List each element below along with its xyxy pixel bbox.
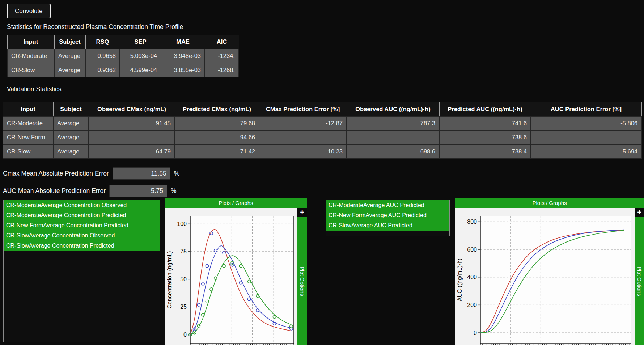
auc-mape-unit: %: [171, 187, 177, 195]
table-cell: CR-New Form: [3, 130, 53, 144]
table-cell: Average: [53, 144, 89, 159]
table-cell: 5.093e-04: [120, 49, 161, 63]
table-cell: -5.806: [531, 116, 641, 130]
table-cell: 3.948e-03: [161, 49, 205, 63]
auc-legend-list: CR-ModerateAverage AUC PredictedCR-New F…: [326, 200, 450, 236]
reconstruction-stats-table: InputSubjectRSQSEPMAEAICCR-ModerateAvera…: [7, 35, 239, 77]
table-cell: 0.9658: [85, 49, 120, 63]
convolute-button[interactable]: Convolute: [7, 4, 51, 18]
table-row: CR-ModerateAverage0.96585.093e-043.948e-…: [7, 49, 239, 63]
table-cell: -12.87: [259, 116, 347, 130]
y-tick-label: 600: [467, 247, 477, 253]
column-header: MAE: [161, 35, 205, 49]
auc-plot-panel: Plots / Graphs 0200400600800AUC ((ng/mL)…: [455, 198, 644, 345]
auc-mape-field[interactable]: 5.75: [109, 185, 167, 197]
y-axis-title: Concentration (ng/mL): [166, 251, 173, 308]
table-cell: 71.42: [175, 144, 259, 159]
table-cell: [347, 130, 439, 144]
table-cell: Average: [53, 130, 89, 144]
table-cell: 698.6: [347, 144, 439, 159]
y-tick-label: 0: [183, 332, 187, 338]
auc-chart[interactable]: 0200400600800AUC ((ng/mL)·h): [455, 208, 635, 345]
legend-item[interactable]: CR-ModerateAverage Concentration Observe…: [4, 200, 160, 210]
legend-item[interactable]: CR-ModerateAverage AUC Predicted: [326, 200, 449, 210]
table-cell: Average: [53, 116, 89, 130]
table-cell: 4.599e-04: [120, 63, 161, 77]
column-header: SEP: [120, 35, 161, 49]
table-cell: CR-Moderate: [7, 49, 54, 63]
table-cell: 91.45: [89, 116, 175, 130]
plots-graphs-title: Plots / Graphs: [165, 198, 307, 208]
cmax-mape-field[interactable]: 11.55: [113, 167, 170, 180]
legend-item[interactable]: CR-New FormAverage Concentration Predict…: [4, 220, 160, 231]
y-tick-label: 800: [467, 219, 477, 225]
cmax-mape-unit: %: [174, 170, 180, 177]
validation-stats-title: Validation Statistics: [7, 85, 61, 93]
column-header: CMax Prediction Error [%]: [259, 102, 347, 117]
y-tick-label: 75: [180, 248, 187, 254]
validation-stats-table: InputSubjectObserved CMax (ng/mL)Predict…: [3, 102, 642, 159]
table-cell: CR-Slow: [7, 63, 54, 77]
expand-plot-button[interactable]: +: [635, 208, 644, 217]
table-cell: 787.3: [347, 116, 439, 130]
auc-mape-label: AUC Mean Absolute Prediction Error: [3, 187, 106, 195]
y-tick-label: 200: [467, 302, 477, 308]
legend-item[interactable]: CR-ModerateAverage Concentration Predict…: [4, 210, 160, 220]
y-tick-label: 0: [474, 330, 477, 336]
cmax-mape-row: Cmax Mean Absolute Prediction Error 11.5…: [3, 167, 179, 180]
plot-options-button[interactable]: Plot Options: [635, 217, 644, 345]
legend-item[interactable]: CR-SlowAverage AUC Predicted: [326, 220, 449, 231]
y-axis-title: AUC ((ng/mL)·h): [457, 258, 463, 301]
concentration-legend-list: CR-ModerateAverage Concentration Observe…: [3, 200, 160, 342]
table-cell: CR-Slow: [3, 144, 53, 159]
legend-item[interactable]: CR-New FormAverage AUC Predicted: [326, 210, 449, 220]
concentration-chart[interactable]: 0255075100Concentration (ng/mL): [165, 208, 297, 345]
auc-mape-row: AUC Mean Absolute Prediction Error 5.75 …: [3, 185, 177, 197]
table-cell: [259, 130, 347, 144]
y-tick-label: 50: [180, 276, 187, 282]
table-cell: CR-Moderate: [3, 116, 53, 130]
legend-item[interactable]: CR-SlowAverage Concentration Predicted: [4, 241, 160, 251]
column-header: Subject: [53, 102, 89, 117]
table-row: CR-ModerateAverage91.4579.68-12.87787.37…: [3, 116, 641, 130]
column-header: Predicted AUC ((ng/mL)·h): [439, 102, 531, 117]
table-cell: 3.855e-03: [161, 63, 205, 77]
table-row: CR-New FormAverage94.66738.6: [3, 130, 641, 144]
table-cell: 94.66: [175, 130, 259, 144]
plots-graphs-title: Plots / Graphs: [455, 198, 644, 208]
table-cell: 741.6: [439, 116, 531, 130]
y-tick-label: 400: [467, 274, 477, 280]
legend-item[interactable]: CR-SlowAverage Concentration Observed: [4, 231, 160, 241]
table-cell: [531, 130, 641, 144]
table-cell: 738.4: [439, 144, 531, 159]
table-cell: Average: [54, 63, 85, 77]
reconstruction-stats-title: Statistics for Reconstructed Plasma Conc…: [7, 23, 183, 31]
column-header: Input: [7, 35, 54, 49]
concentration-plot-panel: Plots / Graphs 0255075100Concentration (…: [165, 198, 307, 345]
column-header: Subject: [54, 35, 85, 49]
table-cell: [89, 130, 175, 144]
table-row: CR-SlowAverage0.93624.599e-043.855e-03-1…: [7, 63, 239, 77]
y-tick-label: 25: [180, 304, 187, 310]
column-header: RSQ: [85, 35, 120, 49]
column-header: Predicted CMax (ng/mL): [175, 102, 259, 117]
table-cell: 64.79: [89, 144, 175, 159]
table-row: CR-SlowAverage64.7971.4210.23698.6738.45…: [3, 144, 641, 159]
expand-plot-button[interactable]: +: [297, 208, 307, 217]
y-tick-label: 100: [177, 221, 187, 227]
column-header: Observed AUC ((ng/mL)·h): [347, 102, 439, 117]
table-cell: 738.6: [439, 130, 531, 144]
column-header: AUC Prediction Error [%]: [531, 102, 641, 117]
plot-options-button[interactable]: Plot Options: [297, 217, 307, 345]
table-cell: -1234.: [205, 49, 239, 63]
table-cell: 0.9362: [85, 63, 120, 77]
cmax-mape-label: Cmax Mean Absolute Prediction Error: [3, 170, 109, 177]
column-header: AIC: [205, 35, 239, 49]
column-header: Observed CMax (ng/mL): [89, 102, 175, 117]
table-cell: 79.68: [175, 116, 259, 130]
table-cell: -1268.: [205, 63, 239, 77]
column-header: Input: [3, 102, 53, 117]
auc-mape-value: 5.75: [151, 187, 163, 195]
table-cell: 5.694: [531, 144, 641, 159]
table-cell: 10.23: [259, 144, 347, 159]
